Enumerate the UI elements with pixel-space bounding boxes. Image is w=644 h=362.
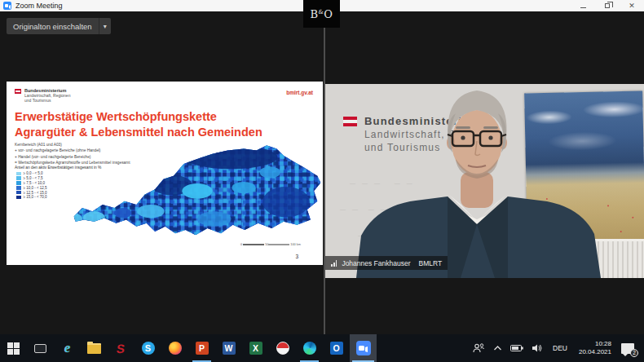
- skype-icon: S: [142, 342, 155, 355]
- minimize-button[interactable]: [571, 0, 595, 11]
- legend-color-chip: [16, 191, 21, 195]
- slide-page-number: 3: [295, 254, 298, 259]
- taskbar-internet-explorer[interactable]: e: [54, 334, 81, 362]
- tray-date: 20.04.2021: [579, 348, 611, 356]
- bo-logo: B&O: [311, 8, 333, 20]
- hidden-icons-button[interactable]: [489, 334, 506, 362]
- tray-time: 10:28: [579, 340, 611, 348]
- chevron-down-icon: ▾: [104, 23, 107, 30]
- legend-color-chip: [16, 176, 21, 180]
- action-center-button[interactable]: 2: [617, 334, 644, 362]
- internet-explorer-icon: e: [64, 340, 71, 356]
- meeting-content-area: Originalton einschalten ▾ B&O Bundesmini…: [0, 11, 644, 334]
- battery-icon: [510, 344, 523, 352]
- legend-color-chip: [16, 172, 21, 176]
- taskbar-app-s[interactable]: S: [108, 334, 135, 362]
- ministry-logo: Bundesministerium Landwirtschaft, Region…: [15, 88, 70, 103]
- connection-signal-icon: [331, 260, 337, 267]
- zoom-taskbar-icon: [356, 341, 371, 355]
- taskbar-edge[interactable]: [296, 334, 323, 362]
- red-s-app-icon: S: [116, 342, 126, 355]
- window-title: Zoom Meeting: [15, 2, 63, 10]
- language-indicator[interactable]: DEU: [547, 334, 573, 362]
- map-legend: ≥ 0,0 - < 5,0 ≥ 5,0 - < 7,5 ≥ 7,5 - < 10…: [16, 171, 47, 200]
- edge-icon: [303, 342, 316, 355]
- bo-audio-overlay: B&O: [303, 0, 340, 28]
- slide-title: Erwerbstätige Wertschöpfungskette Agrarg…: [15, 109, 262, 140]
- original-sound-dropdown[interactable]: ▾: [99, 18, 111, 34]
- people-button[interactable]: [469, 334, 489, 362]
- legend-item: ≥ 15,0 - < 70,0: [16, 195, 47, 200]
- speaker-person: [325, 84, 644, 278]
- minimize-icon: [580, 7, 586, 8]
- windows-logo-icon: [7, 342, 20, 355]
- word-icon: W: [223, 342, 236, 355]
- volume-button[interactable]: [527, 334, 547, 362]
- speaker-video-tile: — — — — — — — — — — — — — — Bundesminist…: [325, 84, 644, 278]
- taskbar-word[interactable]: W: [215, 334, 242, 362]
- powerpoint-icon: P: [196, 342, 209, 355]
- task-view-button[interactable]: [27, 334, 54, 362]
- firefox-icon: [169, 342, 182, 355]
- austria-flag-icon: [15, 89, 21, 94]
- participant-name: Johannes Fankhauser: [342, 259, 410, 267]
- taskbar-zoom[interactable]: [350, 334, 377, 362]
- notification-icon: 2: [621, 343, 634, 354]
- windows-taskbar: e S S P W X O DEU: [0, 334, 644, 362]
- ministry-website: bmlrt.gv.at: [286, 90, 313, 95]
- taskbar-file-explorer[interactable]: [81, 334, 108, 362]
- taskbar-skype[interactable]: S: [135, 334, 161, 362]
- participant-name-tag: Johannes Fankhauser BMLRT: [325, 256, 448, 270]
- legend-color-chip: [16, 186, 21, 190]
- chevron-up-icon: [493, 345, 502, 351]
- start-button[interactable]: [0, 334, 27, 362]
- system-tray: DEU 10:28 20.04.2021 2: [469, 334, 644, 362]
- taskbar-powerpoint[interactable]: P: [188, 334, 215, 362]
- speaker-icon: [532, 343, 543, 353]
- shared-screen-slide: Bundesministerium Landwirtschaft, Region…: [7, 82, 323, 265]
- zoom-meeting-window: Zoom Meeting ✕ Originalton einschalten ▾…: [0, 0, 644, 362]
- close-icon: ✕: [629, 2, 635, 10]
- notification-badge: 2: [630, 349, 638, 357]
- restore-button[interactable]: [595, 0, 620, 11]
- restore-icon: [605, 3, 610, 8]
- taskbar-app-red-white[interactable]: [269, 334, 296, 362]
- legend-color-chip: [16, 181, 21, 185]
- participant-org: BMLRT: [419, 259, 443, 267]
- zoom-app-icon: [3, 2, 11, 10]
- taskbar-firefox[interactable]: [161, 334, 188, 362]
- excel-icon: X: [249, 342, 262, 355]
- taskbar-clock[interactable]: 10:28 20.04.2021: [573, 340, 617, 356]
- task-view-icon: [34, 344, 46, 353]
- taskbar-excel[interactable]: X: [242, 334, 269, 362]
- austria-choropleth-map: [70, 139, 324, 253]
- battery-button[interactable]: [506, 334, 527, 362]
- legend-color-chip: [16, 196, 21, 200]
- file-explorer-icon: [87, 343, 101, 354]
- red-white-app-icon: [276, 342, 289, 355]
- close-button[interactable]: ✕: [620, 0, 644, 11]
- original-sound-button[interactable]: Originalton einschalten: [7, 18, 99, 34]
- original-sound-control: Originalton einschalten ▾: [7, 18, 111, 34]
- outlook-icon: O: [330, 342, 343, 355]
- people-icon: [473, 343, 485, 353]
- taskbar-outlook[interactable]: O: [323, 334, 350, 362]
- pane-divider-sash[interactable]: [324, 11, 325, 334]
- map-scale-bar: 0 50 100 km: [240, 243, 301, 246]
